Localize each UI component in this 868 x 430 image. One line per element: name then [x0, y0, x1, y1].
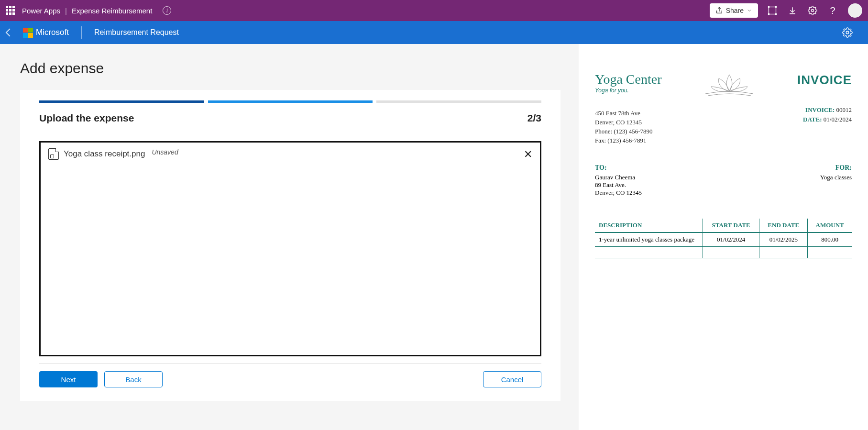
wizard-actions: Next Back Cancel [39, 371, 541, 387]
chevron-down-icon [747, 8, 752, 13]
col-start-date: START DATE [703, 219, 759, 232]
remove-file-button[interactable]: ✕ [524, 148, 532, 161]
svg-point-5 [812, 10, 814, 12]
cell-amount: 800.00 [808, 232, 852, 247]
header-separator: | [65, 7, 67, 15]
step-counter: 2/3 [527, 112, 541, 124]
invoice-tagline: Yoga for you. [595, 87, 661, 94]
svg-point-2 [775, 6, 777, 8]
app-header: Microsoft Reimbursement Request [0, 21, 868, 44]
invoice-to: TO: Gaurav Cheema 89 East Ave. Denver, C… [595, 164, 642, 197]
microsoft-logo-icon [23, 28, 33, 38]
step-title: Upload the expense [39, 112, 134, 124]
invoice-from-address: 450 East 78th Ave Denver, CO 12345 Phone… [595, 109, 653, 145]
app-name: Expense Reimbursement [72, 7, 152, 15]
col-description: DESCRIPTION [595, 219, 703, 232]
back-button[interactable]: Back [104, 371, 163, 387]
cell-desc: 1-year unlimited yoga classes package [595, 232, 703, 247]
back-icon[interactable] [6, 29, 14, 37]
progress-bar [39, 100, 541, 103]
table-row: 1-year unlimited yoga classes package 01… [595, 232, 852, 247]
brand-label: Microsoft [36, 28, 69, 37]
page-title: Add expense [20, 60, 579, 77]
to-addr1: 89 East Ave. [595, 181, 642, 189]
upload-dropzone[interactable]: Yoga class receipt.png Unsaved ✕ [39, 141, 541, 356]
info-icon[interactable]: i [163, 6, 171, 15]
table-row-empty [595, 247, 852, 258]
addr-fax: Fax: (123) 456-7891 [595, 136, 653, 145]
header-actions: ? [768, 3, 862, 18]
col-end-date: END DATE [759, 219, 808, 232]
invoice-line-items: DESCRIPTION START DATE END DATE AMOUNT 1… [595, 219, 852, 258]
progress-step-2 [208, 100, 373, 103]
share-label: Share [726, 7, 744, 14]
invoice-number: INVOICE: 00012 [803, 106, 852, 114]
share-button[interactable]: Share [710, 3, 758, 18]
screen-title: Reimbursement Request [94, 28, 179, 37]
invoice-brand: Yoga Center [595, 73, 661, 86]
col-amount: AMOUNT [808, 219, 852, 232]
lotus-icon [701, 70, 758, 99]
product-name: Power Apps [22, 7, 60, 15]
cell-end: 01/02/2025 [759, 232, 808, 247]
addr-line1: 450 East 78th Ave [595, 109, 653, 118]
app-settings-icon[interactable] [842, 27, 853, 38]
to-name: Gaurav Cheema [595, 174, 642, 181]
invoice-title: INVOICE [797, 73, 852, 88]
form-column: Add expense Upload the expense 2/3 Yoga … [0, 44, 579, 430]
card-divider [39, 363, 541, 364]
progress-step-3 [376, 100, 541, 103]
share-icon [715, 7, 723, 14]
header-title-group: Power Apps | Expense Reimbursement i [22, 6, 171, 15]
help-icon[interactable]: ? [828, 6, 837, 15]
invoice-date: DATE: 01/02/2024 [803, 116, 852, 123]
header-divider [81, 26, 82, 39]
addr-line2: Denver, CO 12345 [595, 118, 653, 127]
user-avatar[interactable] [848, 3, 862, 18]
invoice-for: FOR: Yoga classes [820, 164, 852, 197]
uploaded-file-name: Yoga class receipt.png [64, 149, 145, 159]
svg-point-1 [768, 6, 769, 8]
svg-point-4 [775, 13, 777, 15]
wizard-card: Upload the expense 2/3 Yoga class receip… [20, 90, 560, 401]
cancel-button[interactable]: Cancel [483, 371, 541, 387]
document-image-icon [48, 148, 59, 160]
for-label: FOR: [820, 164, 852, 172]
addr-phone: Phone: (123) 456-7890 [595, 127, 653, 136]
fit-screen-icon[interactable] [768, 6, 777, 15]
cell-start: 01/02/2024 [703, 232, 759, 247]
for-value: Yoga classes [820, 174, 852, 181]
to-addr2: Denver, CO 12345 [595, 189, 642, 197]
app-launcher-icon[interactable] [6, 6, 15, 15]
receipt-preview: Yoga Center Yoga for you. INVOICE [579, 44, 868, 430]
uploaded-file-row: Yoga class receipt.png Unsaved [48, 148, 532, 160]
file-status: Unsaved [152, 148, 178, 156]
download-icon[interactable] [788, 6, 797, 15]
to-label: TO: [595, 164, 642, 172]
svg-point-3 [768, 13, 769, 15]
next-button[interactable]: Next [39, 371, 98, 387]
svg-point-6 [846, 31, 849, 34]
global-header: Power Apps | Expense Reimbursement i Sha… [0, 0, 868, 21]
settings-icon[interactable] [808, 6, 817, 15]
progress-step-1 [39, 100, 204, 103]
